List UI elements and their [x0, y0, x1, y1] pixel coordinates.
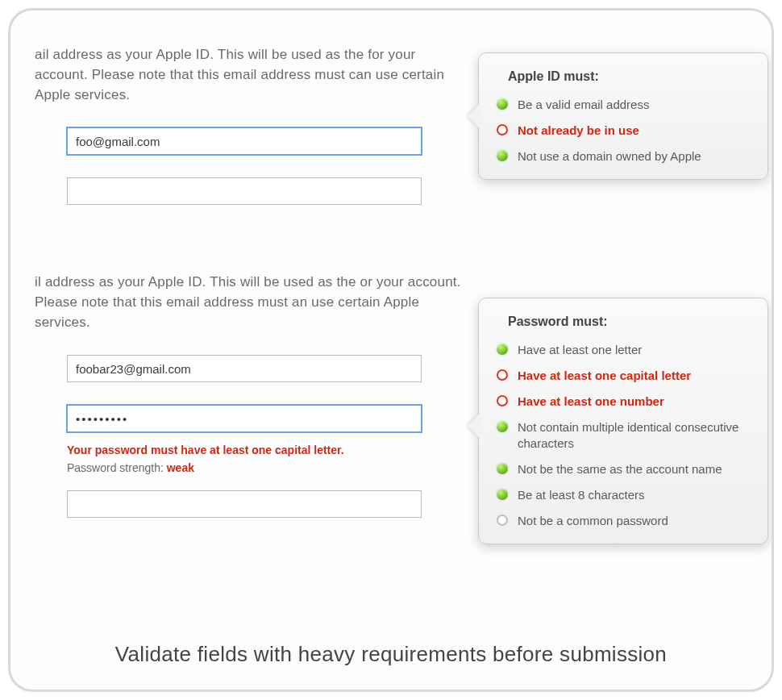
requirement-item: Not be a common password [497, 513, 750, 529]
check-dot-icon [497, 150, 508, 161]
requirement-text: Not contain multiple identical consecuti… [518, 419, 750, 452]
requirement-item: Have at least one number [497, 394, 750, 410]
figure-caption: Validate fields with heavy requirements … [10, 642, 772, 667]
popover-title-apple-id: Apple ID must: [508, 69, 750, 84]
requirement-item: Be at least 8 characters [497, 487, 750, 503]
apple-id-input[interactable] [67, 127, 422, 155]
requirement-text: Be a valid email address [518, 97, 649, 113]
apple-id-requirements-list: Be a valid email addressNot already be i… [497, 97, 750, 165]
apple-id-confirm-input[interactable] [67, 177, 422, 205]
requirement-text: Have at least one letter [518, 342, 642, 358]
requirement-item: Not be the same as the account name [497, 461, 750, 477]
popover-arrow-icon [468, 415, 479, 437]
requirement-text: Be at least 8 characters [518, 487, 645, 503]
popover-title-password: Password must: [508, 315, 750, 329]
requirement-item: Have at least one letter [497, 342, 750, 358]
password-input[interactable] [67, 405, 422, 432]
requirement-item: Not contain multiple identical consecuti… [497, 419, 750, 452]
fail-dot-icon [497, 369, 508, 381]
requirement-item: Have at least one capital letter [497, 368, 750, 384]
instruction-text-1: ail address as your Apple ID. This will … [35, 44, 462, 105]
check-dot-icon [497, 344, 508, 355]
fail-dot-icon [497, 124, 508, 135]
requirement-item: Not use a domain owned by Apple [497, 148, 750, 165]
password-requirements-list: Have at least one letterHave at least on… [497, 342, 750, 529]
fail-dot-icon [497, 395, 508, 406]
requirement-text: Not be the same as the account name [518, 461, 722, 477]
instruction-text-2: il address as your Apple ID. This will b… [35, 272, 462, 332]
strength-prefix: Password strength: [67, 461, 167, 474]
requirement-text: Have at least one capital letter [518, 368, 691, 384]
password-popover: Password must: Have at least one letterH… [478, 298, 768, 544]
email-input[interactable] [67, 355, 422, 382]
check-dot-icon [497, 98, 508, 110]
requirement-item: Be a valid email address [497, 97, 750, 113]
apple-id-popover: Apple ID must: Be a valid email addressN… [478, 52, 768, 180]
card-frame: ail address as your Apple ID. This will … [8, 8, 774, 692]
check-dot-icon [497, 463, 508, 474]
check-dot-icon [497, 421, 508, 432]
strength-value: weak [167, 461, 194, 474]
requirement-text: Not be a common password [518, 513, 668, 529]
requirement-text: Have at least one number [518, 394, 664, 410]
requirement-item: Not already be in use [497, 123, 750, 139]
password-confirm-input[interactable] [67, 490, 422, 518]
requirement-text: Not already be in use [518, 123, 639, 139]
check-dot-icon [497, 489, 508, 500]
popover-arrow-icon [468, 105, 479, 127]
requirement-text: Not use a domain owned by Apple [518, 148, 701, 165]
neutral-dot-icon [497, 515, 508, 526]
